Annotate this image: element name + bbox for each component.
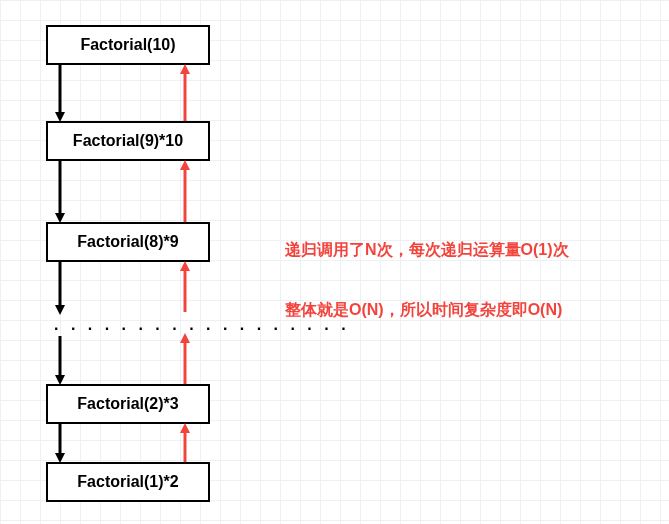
- annotation-line-1: 递归调用了N次，每次递归运算量O(1)次: [285, 240, 569, 261]
- diagram-canvas: Factorial(10) Factorial(9)*10 Factorial(…: [0, 0, 669, 524]
- node-label: Factorial(1)*2: [77, 473, 178, 491]
- node-label: Factorial(2)*3: [77, 395, 178, 413]
- node-label: Factorial(8)*9: [77, 233, 178, 251]
- node-factorial-8: Factorial(8)*9: [46, 222, 210, 262]
- node-label: Factorial(9)*10: [73, 132, 183, 150]
- node-factorial-1: Factorial(1)*2: [46, 462, 210, 502]
- node-factorial-9: Factorial(9)*10: [46, 121, 210, 161]
- node-factorial-10: Factorial(10): [46, 25, 210, 65]
- node-label: Factorial(10): [80, 36, 175, 54]
- arrows-layer: [0, 0, 669, 524]
- node-factorial-2: Factorial(2)*3: [46, 384, 210, 424]
- annotation-line-2: 整体就是O(N)，所以时间复杂度即O(N): [285, 300, 562, 321]
